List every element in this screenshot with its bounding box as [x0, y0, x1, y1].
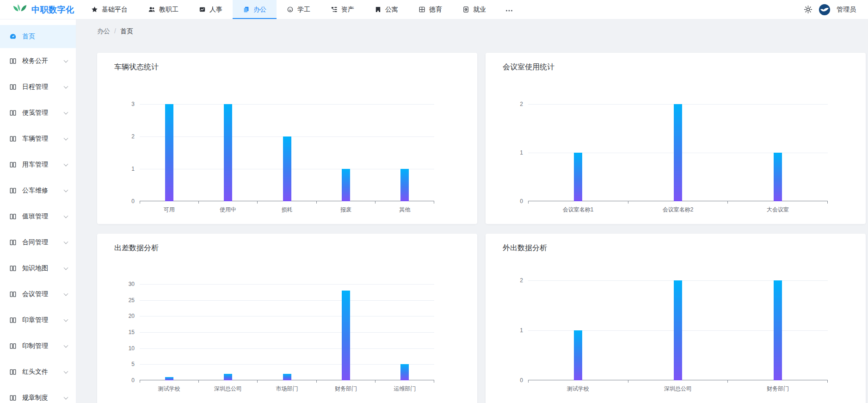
book-icon — [9, 57, 17, 65]
gear-icon[interactable] — [804, 5, 813, 14]
x-axis-tick — [140, 380, 199, 383]
breadcrumb-current: 首页 — [120, 27, 133, 35]
employment-icon — [462, 6, 469, 13]
x-axis-category-label: 深圳总公司 — [628, 385, 728, 393]
chevron-down-icon — [64, 110, 68, 115]
sprout-leaf-icon — [12, 3, 27, 16]
asset-icon — [331, 6, 338, 13]
y-axis-tick-label: 5 — [131, 361, 135, 367]
user-name[interactable]: 管理员 — [837, 6, 856, 14]
sidebar-item-contract-management[interactable]: 合同管理 — [0, 229, 76, 255]
bar-slot — [198, 104, 257, 201]
chart-card-outing: 外出数据分析 012测试学校深圳总公司财务部门 — [486, 234, 866, 403]
sidebar-item-rules-regulations[interactable]: 规章制度 — [0, 385, 76, 403]
y-axis-tick-label: 2 — [520, 101, 523, 107]
chevron-down-icon — [64, 266, 68, 270]
sidebar-item-home[interactable]: 首页 — [0, 25, 76, 48]
sidebar-item-label: 印章管理 — [22, 316, 48, 324]
nav-item-label: 基础平台 — [102, 6, 128, 14]
sidebar-item-memo-management[interactable]: 便笺管理 — [0, 100, 76, 126]
chevron-down-icon — [64, 58, 68, 63]
sidebar-item-label: 车辆管理 — [22, 135, 48, 143]
chart-bar — [165, 377, 173, 380]
nav-more-button[interactable] — [496, 0, 522, 19]
sidebar-item-label: 红头文件 — [22, 368, 48, 376]
bar-slot — [316, 284, 375, 380]
book-icon — [9, 109, 17, 117]
user-avatar[interactable] — [819, 4, 831, 16]
sidebar-item-knowledge-map[interactable]: 知识地图 — [0, 255, 76, 281]
sidebar-item-duty-management[interactable]: 值班管理 — [0, 204, 76, 229]
nav-item-assets[interactable]: 资产 — [320, 0, 364, 19]
x-axis-tick — [628, 201, 728, 204]
nav-item-apartment[interactable]: 公寓 — [364, 0, 408, 19]
nav-item-employment[interactable]: 就业 — [452, 0, 496, 19]
sidebar-item-label: 校务公开 — [22, 57, 48, 65]
chart-bar — [674, 280, 682, 380]
x-axis-tick — [140, 201, 199, 204]
x-axis-category-label: 会议室名称1 — [528, 206, 628, 214]
x-axis-category-label: 市场部门 — [258, 385, 316, 393]
bars-layer — [528, 280, 828, 380]
chevron-down-icon — [64, 84, 68, 89]
bar-slot — [376, 284, 434, 380]
sidebar-item-seal-management[interactable]: 印章管理 — [0, 307, 76, 333]
sidebar-item-label: 值班管理 — [22, 212, 48, 221]
sidebar-item-label: 合同管理 — [22, 238, 48, 247]
sidebar-item-label: 首页 — [22, 32, 35, 41]
y-axis-tick-label: 3 — [131, 101, 135, 107]
sidebar-item-label: 知识地图 — [22, 264, 48, 273]
x-axis-category-label: 财务部门 — [728, 385, 828, 393]
sidebar-item-school-affairs-public[interactable]: 校务公开 — [0, 48, 76, 74]
app-logo[interactable]: 中职数字化 — [0, 0, 76, 19]
sidebar-item-schedule-management[interactable]: 日程管理 — [0, 74, 76, 100]
nav-item-staff[interactable]: 教职工 — [138, 0, 189, 19]
bar-slot — [258, 284, 316, 380]
nav-item-label: 资产 — [341, 6, 354, 14]
chart-bar — [574, 330, 582, 380]
book-icon — [9, 187, 17, 194]
sidebar-item-printing-management[interactable]: 印制管理 — [0, 333, 76, 359]
sidebar-item-meeting-management[interactable]: 会议管理 — [0, 281, 76, 307]
chart-bar — [224, 104, 232, 201]
chevron-down-icon — [64, 291, 68, 296]
nav-item-student[interactable]: 学工 — [277, 0, 320, 19]
x-axis-tick — [376, 380, 434, 383]
nav-item-base-platform[interactable]: 基础平台 — [81, 0, 138, 19]
nav-item-label: 学工 — [297, 6, 310, 14]
ellipsis-icon — [505, 6, 513, 14]
x-axis-category-label: 运维部门 — [376, 385, 434, 393]
sidebar-item-red-header-documents[interactable]: 红头文件 — [0, 359, 76, 385]
sidebar-item-bus-maintenance[interactable]: 公车维修 — [0, 178, 76, 204]
chevron-down-icon — [64, 317, 68, 322]
bar-slot — [728, 280, 828, 380]
chart-card-meeting-room-usage: 会议室使用统计 012会议室名称1会议室名称2大会议室 — [486, 53, 866, 224]
bar-slot — [528, 280, 628, 380]
sidebar-item-vehicle-management[interactable]: 车辆管理 — [0, 126, 76, 152]
chart-card-vehicle-status: 车辆状态统计 0123可用使用中损耗报废其他 — [97, 53, 477, 224]
x-axis-labels: 会议室名称1会议室名称2大会议室 — [528, 206, 828, 214]
nav-item-moral-education[interactable]: 德育 — [408, 0, 452, 19]
sidebar: 首页 校务公开 日程管理 便笺管理 车辆管理 用车管理 公车维修 值班管理 合同… — [0, 19, 76, 403]
chart-bar — [574, 153, 582, 201]
chevron-down-icon — [64, 136, 68, 141]
breadcrumb-section[interactable]: 办公 — [97, 27, 110, 35]
bar-slot — [258, 104, 316, 201]
chart-bar — [165, 104, 173, 201]
bar-slot — [728, 104, 828, 201]
student-icon — [287, 6, 294, 13]
y-axis-tick-label: 10 — [129, 345, 135, 352]
x-axis-category-label: 报废 — [316, 206, 375, 214]
topbar: 中职数字化 基础平台 教职工 人事 办公 学工 资产 公寓 德育 就业 — [0, 0, 868, 19]
x-axis-tick — [376, 201, 434, 204]
nav-item-office[interactable]: 办公 — [233, 0, 277, 19]
x-axis-category-label: 财务部门 — [316, 385, 375, 393]
y-axis-tick-label: 1 — [520, 149, 523, 156]
book-icon — [9, 394, 17, 402]
chart-bar — [774, 280, 782, 380]
sidebar-item-vehicle-use-management[interactable]: 用车管理 — [0, 152, 76, 178]
nav-item-label: 人事 — [209, 6, 222, 14]
top-nav: 基础平台 教职工 人事 办公 学工 资产 公寓 德育 就业 — [81, 0, 496, 19]
nav-item-hr[interactable]: 人事 — [189, 0, 233, 19]
x-axis-labels: 测试学校深圳总公司财务部门 — [528, 385, 828, 393]
